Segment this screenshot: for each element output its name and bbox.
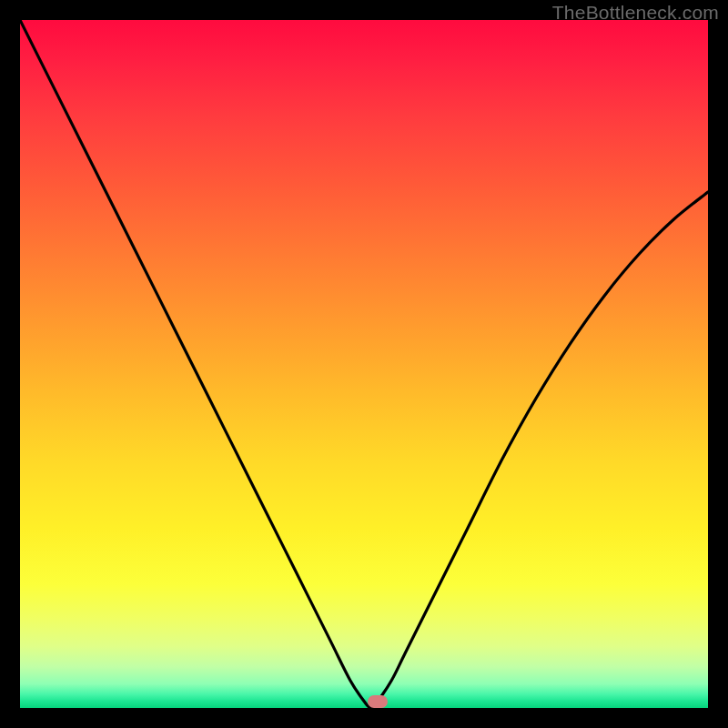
chart-frame: TheBottleneck.com xyxy=(0,0,728,728)
watermark-text: TheBottleneck.com xyxy=(552,2,719,24)
optimal-point-marker xyxy=(368,695,388,708)
plot-area xyxy=(20,20,708,708)
bottleneck-curve xyxy=(20,20,708,708)
